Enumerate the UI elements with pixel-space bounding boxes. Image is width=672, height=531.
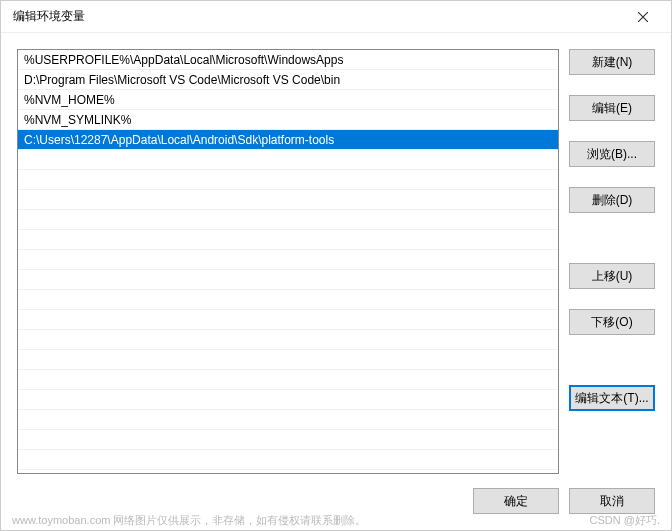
- list-item[interactable]: .: [18, 290, 558, 310]
- titlebar: 编辑环境变量: [1, 1, 671, 33]
- edit-button[interactable]: 编辑(E): [569, 95, 655, 121]
- list-item[interactable]: %USERPROFILE%\AppData\Local\Microsoft\Wi…: [18, 50, 558, 70]
- cancel-button[interactable]: 取消: [569, 488, 655, 514]
- list-item[interactable]: D:\Program Files\Microsoft VS Code\Micro…: [18, 70, 558, 90]
- list-item[interactable]: .: [18, 190, 558, 210]
- close-icon[interactable]: [625, 3, 661, 31]
- env-var-dialog: 编辑环境变量 %USERPROFILE%\AppData\Local\Micro…: [0, 0, 672, 531]
- list-item[interactable]: %NVM_HOME%: [18, 90, 558, 110]
- list-item[interactable]: .: [18, 310, 558, 330]
- list-item[interactable]: .: [18, 250, 558, 270]
- moveup-button[interactable]: 上移(U): [569, 263, 655, 289]
- list-item[interactable]: .: [18, 410, 558, 430]
- list-item[interactable]: .: [18, 210, 558, 230]
- list-item[interactable]: C:\Users\12287\AppData\Local\Android\Sdk…: [18, 130, 558, 150]
- movedown-button[interactable]: 下移(O): [569, 309, 655, 335]
- watermark-left: www.toymoban.com 网络图片仅供展示，非存储，如有侵权请联系删除。: [12, 513, 366, 528]
- edittext-button[interactable]: 编辑文本(T)...: [569, 385, 655, 411]
- list-item[interactable]: %NVM_SYMLINK%: [18, 110, 558, 130]
- list-item[interactable]: .: [18, 230, 558, 250]
- list-item[interactable]: .: [18, 170, 558, 190]
- list-item[interactable]: .: [18, 390, 558, 410]
- list-item[interactable]: .: [18, 430, 558, 450]
- list-item[interactable]: .: [18, 330, 558, 350]
- list-item[interactable]: .: [18, 350, 558, 370]
- ok-button[interactable]: 确定: [473, 488, 559, 514]
- list-item[interactable]: .: [18, 450, 558, 470]
- list-item[interactable]: .: [18, 370, 558, 390]
- main-row: %USERPROFILE%\AppData\Local\Microsoft\Wi…: [17, 49, 655, 474]
- browse-button[interactable]: 浏览(B)...: [569, 141, 655, 167]
- bottom-row: 确定 取消: [17, 488, 655, 514]
- path-list[interactable]: %USERPROFILE%\AppData\Local\Microsoft\Wi…: [17, 49, 559, 474]
- dialog-content: %USERPROFILE%\AppData\Local\Microsoft\Wi…: [1, 33, 671, 530]
- watermark-right: CSDN @好巧.: [590, 513, 660, 528]
- list-item[interactable]: .: [18, 270, 558, 290]
- list-item[interactable]: .: [18, 150, 558, 170]
- dialog-title: 编辑环境变量: [13, 8, 85, 25]
- button-column: 新建(N) 编辑(E) 浏览(B)... 删除(D) 上移(U) 下移(O) 编…: [569, 49, 655, 474]
- new-button[interactable]: 新建(N): [569, 49, 655, 75]
- delete-button[interactable]: 删除(D): [569, 187, 655, 213]
